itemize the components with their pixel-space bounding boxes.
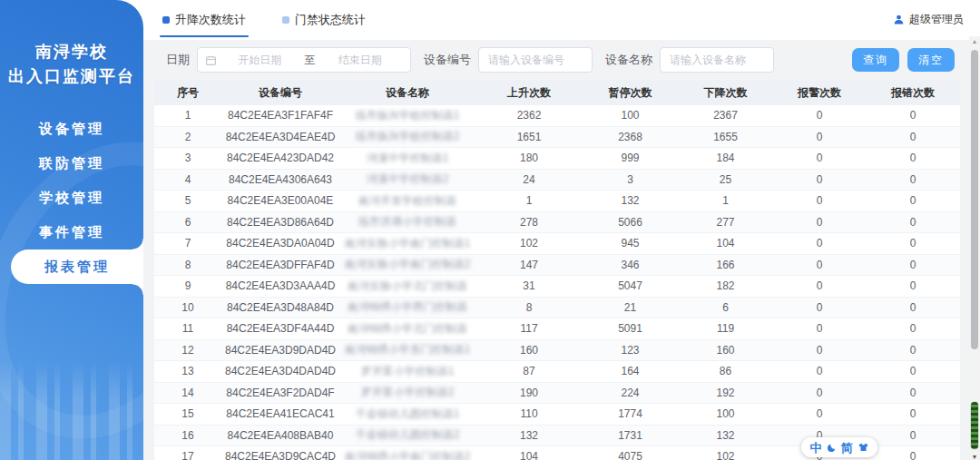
alarm-count: 0 xyxy=(773,301,866,314)
rise-count: 180 xyxy=(475,152,583,164)
user-menu[interactable]: 超级管理员 xyxy=(893,12,964,27)
alarm-count: 0 xyxy=(773,344,866,357)
sidebar-decoration-cityscape xyxy=(0,360,143,460)
descend-count: 192 xyxy=(678,387,773,399)
sidebar-item-event-management[interactable]: 事件管理 xyxy=(0,215,143,250)
column-header-5: 下降次数 xyxy=(678,85,773,101)
alarm-count: 0 xyxy=(773,387,866,399)
row-index: 4 xyxy=(154,173,221,186)
descend-count: 166 xyxy=(678,259,773,271)
table-row: 784C2E4EA3DA0A04D南浔实验小学南门控制器110294510400 xyxy=(154,233,960,255)
alarm-count: 0 xyxy=(773,194,866,207)
sidebar-item-device-management[interactable]: 设备管理 xyxy=(0,112,143,146)
row-index: 9 xyxy=(154,279,221,292)
pause-count: 1731 xyxy=(583,429,678,442)
pause-count: 164 xyxy=(583,365,678,377)
pause-count: 999 xyxy=(583,152,678,164)
query-button[interactable]: 查询 xyxy=(852,48,899,72)
table-row: 1184C2E4EA3DF4A44D南浔锦绣小学北门控制器11750911190… xyxy=(154,318,960,340)
user-name: 超级管理员 xyxy=(909,12,964,27)
row-index: 1 xyxy=(154,109,221,122)
error-count: 0 xyxy=(866,216,960,229)
pause-count: 123 xyxy=(583,344,678,357)
descend-count: 119 xyxy=(678,322,773,335)
date-separator: 至 xyxy=(303,53,318,68)
device-id: 84C2E4EA3DF4A44D xyxy=(221,322,339,335)
ime-toolbar[interactable]: 中 简 xyxy=(801,437,877,457)
tab-door-status-stats[interactable]: 门禁状态统计 xyxy=(279,0,368,40)
tab-lift-count-stats[interactable]: 升降次数统计 xyxy=(160,0,249,40)
tab-label: 升降次数统计 xyxy=(175,12,246,28)
row-index: 11 xyxy=(154,322,221,335)
rise-count: 110 xyxy=(475,407,583,420)
end-date-input[interactable] xyxy=(318,54,404,66)
device-id: 84C2E4EA3D4DAD4D xyxy=(221,365,339,377)
scrollbar-up-arrow-icon[interactable]: ▲ xyxy=(969,38,980,44)
row-index: 17 xyxy=(154,450,221,460)
alarm-count: 0 xyxy=(773,259,866,271)
device-id: 84C2E4EA3D48A84D xyxy=(221,301,339,314)
error-count: 0 xyxy=(866,429,960,442)
error-count: 0 xyxy=(866,450,960,460)
scrollbar-bottom-thumb[interactable] xyxy=(971,402,978,449)
table-row: 484C2E4EA4306A643浔溪中学控制器22432500 xyxy=(154,170,960,191)
column-header-3: 上升次数 xyxy=(475,85,583,101)
device-name: 南浔锦绣小学南门控制器2 xyxy=(339,449,475,460)
column-header-1: 设备编号 xyxy=(221,85,339,101)
descend-count: 102 xyxy=(678,450,773,460)
row-index: 16 xyxy=(154,429,221,442)
tshirt-skin-icon[interactable] xyxy=(858,442,869,453)
rise-count: 87 xyxy=(475,365,583,377)
device-name: 练市洪塘小学控制器 xyxy=(339,214,475,230)
app-title: 南浔学校 出入口监测平台 xyxy=(0,40,143,89)
start-date-input[interactable] xyxy=(217,54,303,66)
ime-chinese-indicator[interactable]: 中 xyxy=(810,442,822,454)
descend-count: 1655 xyxy=(678,131,773,143)
stats-table: 序号设备编号设备名称上升次数暂停次数下降次数报警次数报错次数 184C2E4EA… xyxy=(154,80,960,460)
error-count: 0 xyxy=(866,131,960,143)
scrollbar-thumb[interactable] xyxy=(971,50,978,349)
ime-simplified-indicator[interactable]: 简 xyxy=(841,442,853,454)
rise-count: 2362 xyxy=(475,109,583,122)
device-name: 南浔锦绣小学东门控制器1 xyxy=(339,342,475,357)
column-header-4: 暂停次数 xyxy=(583,85,678,101)
device-id: 84C2E4EA3D86A64D xyxy=(221,216,339,229)
tab-bar: 升降次数统计门禁状态统计 xyxy=(160,0,368,40)
device-name: 南浔锦绣小学西门控制器 xyxy=(339,299,475,315)
rise-count: 117 xyxy=(475,322,583,335)
tab-bullet-icon xyxy=(162,16,170,24)
alarm-count: 0 xyxy=(773,407,866,420)
error-count: 0 xyxy=(866,301,960,314)
scrollbar-down-arrow-icon[interactable]: ▼ xyxy=(969,454,980,460)
alarm-count: 0 xyxy=(773,216,866,229)
column-header-7: 报错次数 xyxy=(866,85,960,101)
error-count: 0 xyxy=(866,109,960,122)
sidebar-item-joint-defense-management[interactable]: 联防管理 xyxy=(0,146,143,181)
device-name: 罗开富小学控制器2 xyxy=(339,385,475,400)
vertical-scrollbar[interactable]: ▲ ▼ xyxy=(969,36,980,460)
tab-bullet-icon xyxy=(282,16,289,24)
pause-count: 21 xyxy=(583,301,678,314)
descend-count: 100 xyxy=(678,407,773,420)
device-id: 84C2E4EA3F1FAF4F xyxy=(221,109,339,122)
device-id-input[interactable] xyxy=(478,47,593,73)
rise-count: 24 xyxy=(475,173,583,186)
descend-count: 2367 xyxy=(678,109,773,122)
moon-icon[interactable] xyxy=(827,443,837,453)
date-range-picker[interactable]: 至 xyxy=(197,47,411,73)
clear-button[interactable]: 清空 xyxy=(907,48,955,72)
device-id: 84C2E4EA3D9CAC4D xyxy=(221,450,339,460)
error-count: 0 xyxy=(866,279,960,292)
filter-bar: 日期 至 设备编号 设备名称 查询 清空 xyxy=(143,40,980,80)
sidebar-item-school-management[interactable]: 学校管理 xyxy=(0,181,143,215)
device-name: 南浔开发学校控制器 xyxy=(339,193,475,209)
table-row: 1584C2E4EA41ECAC41千金镇幼儿园控制器1110177410000 xyxy=(154,404,960,426)
alarm-count: 0 xyxy=(773,237,866,250)
device-name-input[interactable] xyxy=(660,47,774,73)
filter-buttons: 查询 清空 xyxy=(852,48,955,72)
user-icon xyxy=(893,14,905,25)
sidebar-item-report-management[interactable]: 报表管理 xyxy=(11,250,143,284)
device-name: 南浔实验小学北门控制器 xyxy=(339,279,475,294)
table-row: 684C2E4EA3D86A64D练市洪塘小学控制器278506627700 xyxy=(154,212,960,234)
error-count: 0 xyxy=(866,322,960,335)
